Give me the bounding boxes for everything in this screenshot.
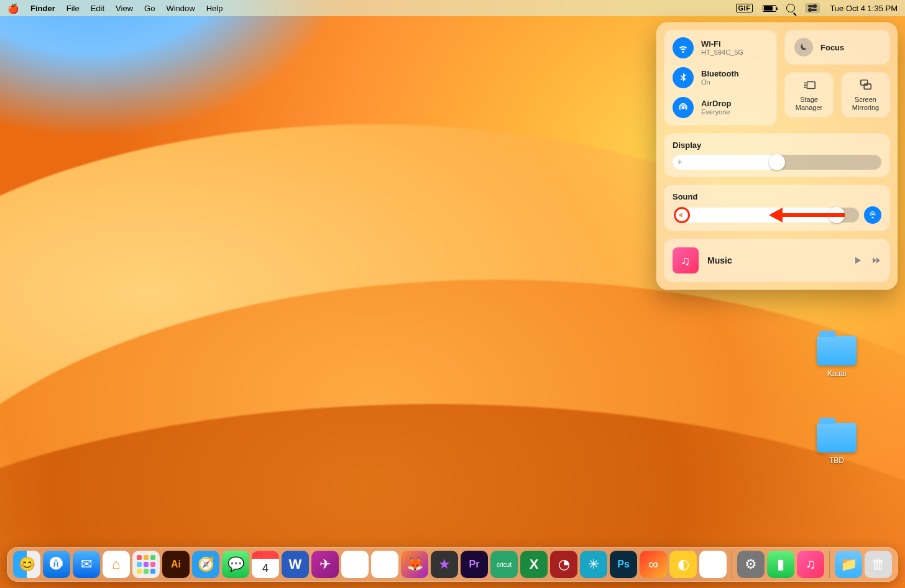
- folder-label: Kauai: [812, 369, 861, 378]
- dock-separator: [732, 551, 732, 578]
- dock-app-yellow[interactable]: ◐: [669, 551, 697, 578]
- sound-card: Sound: [664, 185, 890, 231]
- screen-mirroring-button[interactable]: Screen Mirroring: [841, 72, 890, 117]
- menu-window[interactable]: Window: [166, 4, 195, 13]
- forward-icon[interactable]: [871, 255, 881, 265]
- calendar-month: OCT: [252, 551, 279, 559]
- menu-go[interactable]: Go: [144, 4, 155, 13]
- svg-point-0: [682, 106, 685, 109]
- dock-calendar[interactable]: OCT 4: [252, 551, 279, 578]
- svg-point-7: [872, 213, 874, 215]
- dock-downloads[interactable]: 📁: [835, 551, 862, 578]
- screen-mirroring-label: Screen Mirroring: [845, 96, 886, 111]
- moon-icon: [794, 38, 813, 57]
- menubar: 🍎 Finder File Edit View Go Window Help G…: [0, 0, 905, 16]
- sun-icon: ☀︎: [676, 158, 683, 167]
- dock-messages[interactable]: 💬: [222, 551, 249, 578]
- dock-system-settings[interactable]: ⚙︎: [737, 551, 765, 578]
- svg-rect-1: [807, 82, 815, 89]
- calendar-day: 4: [262, 559, 269, 578]
- bluetooth-toggle[interactable]: Bluetooth On: [673, 67, 768, 88]
- airdrop-toggle[interactable]: AirDrop Everyone: [673, 97, 768, 118]
- music-app-icon: ♫: [673, 247, 699, 273]
- sound-title: Sound: [673, 192, 881, 201]
- folder-label: TBD: [812, 456, 861, 465]
- airplay-audio-button[interactable]: [864, 206, 881, 224]
- dock: 😊 🅐 ✉︎ ⌂ Ai 🧭 💬 OCT 4 W ✈︎ ⁂ ◉ 🦊 ★ Pr cr…: [7, 547, 898, 582]
- dock-illustrator[interactable]: Ai: [162, 551, 190, 578]
- gif-menu-extra-icon[interactable]: GIF: [736, 4, 753, 12]
- menu-edit[interactable]: Edit: [91, 4, 104, 13]
- airdrop-sub: Everyone: [701, 108, 731, 116]
- folder-icon: [817, 336, 857, 365]
- play-icon[interactable]: [853, 255, 863, 265]
- stage-manager-icon: [802, 78, 816, 92]
- dock-facetime[interactable]: ▮: [767, 551, 794, 578]
- annotation-arrow: [769, 208, 845, 223]
- dock-trash[interactable]: 🗑: [865, 551, 892, 578]
- menu-view[interactable]: View: [116, 4, 133, 13]
- now-playing-card[interactable]: ♫ Music: [664, 239, 890, 282]
- folder-icon: [817, 423, 857, 452]
- dock-safari[interactable]: 🧭: [192, 551, 219, 578]
- dock-separator: [829, 551, 830, 578]
- dock-cricut[interactable]: cricut: [490, 551, 518, 578]
- menubar-datetime[interactable]: Tue Oct 4 1:35 PM: [830, 4, 898, 13]
- screen-mirroring-icon: [859, 78, 873, 92]
- dock-word[interactable]: W: [282, 551, 309, 578]
- bluetooth-icon: [673, 67, 694, 88]
- apple-menu-icon[interactable]: 🍎: [7, 4, 19, 13]
- wifi-toggle[interactable]: Wi-Fi HT_594C_5G: [673, 37, 768, 58]
- sound-slider[interactable]: [673, 208, 859, 223]
- display-title: Display: [673, 140, 881, 150]
- svg-rect-2: [804, 82, 806, 83]
- connectivity-card: Wi-Fi HT_594C_5G Bluetooth On AirDrop: [664, 30, 777, 126]
- dock-excel[interactable]: X: [520, 551, 548, 578]
- wifi-title: Wi-Fi: [701, 39, 743, 49]
- airplay-icon: [868, 211, 877, 219]
- menu-file[interactable]: File: [67, 4, 80, 13]
- display-slider[interactable]: ☀︎: [673, 155, 881, 170]
- annotation-highlight: [674, 207, 690, 223]
- svg-rect-3: [804, 85, 806, 86]
- display-card: Display ☀︎: [664, 133, 890, 177]
- focus-label: Focus: [820, 43, 844, 52]
- svg-rect-4: [804, 87, 806, 88]
- dock-finder[interactable]: 😊: [13, 551, 40, 578]
- dock-chrome[interactable]: ◉: [371, 551, 398, 578]
- desktop-folder-tbd[interactable]: TBD: [812, 423, 861, 465]
- music-title: Music: [707, 255, 844, 265]
- bluetooth-sub: On: [701, 78, 739, 86]
- dock-app-store[interactable]: 🅐: [43, 551, 70, 578]
- dock-premiere[interactable]: Pr: [461, 551, 488, 578]
- airdrop-title: AirDrop: [701, 99, 731, 109]
- dock-home[interactable]: ⌂: [103, 551, 130, 578]
- dock-slack[interactable]: ⁂: [341, 551, 369, 578]
- menu-app[interactable]: Finder: [30, 4, 55, 13]
- wifi-icon: [673, 37, 694, 58]
- dock-photoshop[interactable]: Ps: [610, 551, 637, 578]
- dock-mail[interactable]: ✉︎: [73, 551, 100, 578]
- dock-app-magenta[interactable]: ✈︎: [311, 551, 339, 578]
- dock-app-red[interactable]: ◔: [550, 551, 577, 578]
- dock-reminders[interactable]: ☰: [699, 551, 727, 578]
- menu-help[interactable]: Help: [206, 4, 223, 13]
- bluetooth-title: Bluetooth: [701, 69, 739, 79]
- airdrop-icon: [673, 97, 694, 118]
- control-center-icon[interactable]: [805, 3, 820, 13]
- focus-button[interactable]: Focus: [784, 30, 890, 65]
- dock-creative-cloud[interactable]: ∞: [640, 551, 667, 578]
- spotlight-icon[interactable]: [786, 4, 795, 12]
- stage-manager-button[interactable]: Stage Manager: [784, 72, 834, 117]
- dock-app-cyan[interactable]: ✳︎: [580, 551, 607, 578]
- stage-manager-label: Stage Manager: [788, 96, 830, 111]
- wifi-sub: HT_594C_5G: [701, 48, 743, 57]
- desktop-folder-kauai[interactable]: Kauai: [812, 336, 861, 378]
- dock-imovie[interactable]: ★: [431, 551, 458, 578]
- dock-firefox[interactable]: 🦊: [401, 551, 428, 578]
- dock-music[interactable]: ♫: [797, 551, 824, 578]
- dock-launchpad[interactable]: [132, 551, 160, 578]
- control-center-panel: Wi-Fi HT_594C_5G Bluetooth On AirDrop: [656, 22, 898, 290]
- battery-icon[interactable]: [763, 5, 776, 12]
